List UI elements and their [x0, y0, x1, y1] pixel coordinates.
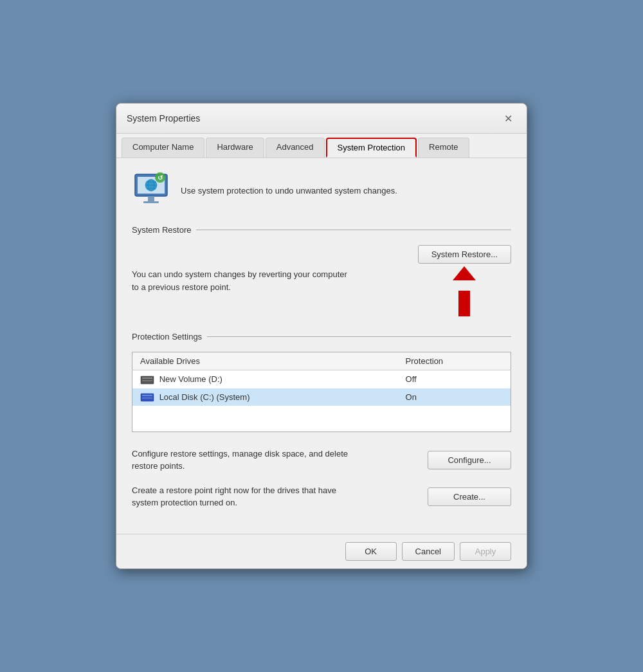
arrow-head: [453, 266, 476, 280]
tab-hardware[interactable]: Hardware: [206, 138, 264, 158]
tab-content: ↺ Use system protection to undo unwanted…: [116, 158, 527, 534]
title-bar: System Properties ✕: [116, 104, 527, 134]
table-row[interactable]: Local Disk (C:) (System) On: [132, 388, 511, 406]
ok-button[interactable]: OK: [345, 542, 397, 561]
empty-row: [132, 406, 511, 431]
table-row[interactable]: New Volume (D:) Off: [132, 370, 511, 388]
tab-computer-name[interactable]: Computer Name: [122, 138, 204, 158]
system-restore-header: System Restore: [132, 225, 511, 235]
drive-d-cell: New Volume (D:): [132, 370, 398, 388]
protection-col-header: Protection: [398, 352, 511, 370]
configure-row: Configure restore settings, manage disk …: [132, 448, 511, 473]
svg-rect-15: [142, 395, 152, 396]
arrow-shaft: [458, 291, 470, 316]
tab-system-protection[interactable]: System Protection: [326, 138, 417, 158]
drive-d-icon: [140, 376, 154, 385]
close-button[interactable]: ✕: [500, 110, 516, 127]
dialog-title: System Properties: [127, 113, 200, 123]
svg-text:↺: ↺: [158, 174, 163, 181]
svg-rect-3: [143, 201, 159, 203]
configure-description: Configure restore settings, manage disk …: [132, 448, 350, 473]
drive-c-cell: Local Disk (C:) (System): [132, 388, 398, 406]
apply-button[interactable]: Apply: [460, 542, 511, 561]
tabs-container: Computer Name Hardware Advanced System P…: [116, 134, 527, 158]
system-restore-title: System Restore: [132, 225, 191, 235]
cancel-button[interactable]: Cancel: [402, 542, 455, 561]
configure-button[interactable]: Configure...: [428, 451, 511, 469]
drives-table: Available Drives Protection New Volume (…: [132, 352, 511, 432]
system-restore-content: You can undo system changes by reverting…: [132, 245, 511, 316]
protection-settings-title: Protection Settings: [132, 332, 202, 341]
create-row: Create a restore point right now for the…: [132, 484, 511, 509]
svg-rect-13: [142, 380, 152, 381]
protection-settings-header: Protection Settings: [132, 332, 511, 341]
tab-advanced[interactable]: Advanced: [266, 138, 325, 158]
computer-icon: ↺: [132, 171, 170, 210]
system-restore-divider: [196, 230, 511, 230]
system-restore-button[interactable]: System Restore...: [418, 245, 511, 264]
drive-c-icon: [140, 393, 154, 402]
tab-remote[interactable]: Remote: [418, 138, 469, 158]
svg-rect-16: [142, 397, 152, 399]
create-button[interactable]: Create...: [428, 487, 511, 506]
header-description: Use system protection to undo unwanted s…: [181, 186, 397, 195]
drive-d-protection: Off: [398, 370, 511, 388]
system-properties-dialog: System Properties ✕ Computer Name Hardwa…: [116, 103, 527, 569]
header-section: ↺ Use system protection to undo unwanted…: [132, 171, 511, 210]
system-restore-description: You can undo system changes by reverting…: [132, 268, 350, 293]
arrow-annotation: [453, 266, 476, 316]
protection-settings-divider: [207, 336, 511, 337]
svg-rect-12: [142, 377, 152, 379]
create-description: Create a restore point right now for the…: [132, 484, 350, 509]
drive-c-protection: On: [398, 388, 511, 406]
drives-col-header: Available Drives: [132, 352, 398, 370]
svg-rect-2: [148, 196, 154, 201]
dialog-footer: OK Cancel Apply: [116, 534, 527, 568]
